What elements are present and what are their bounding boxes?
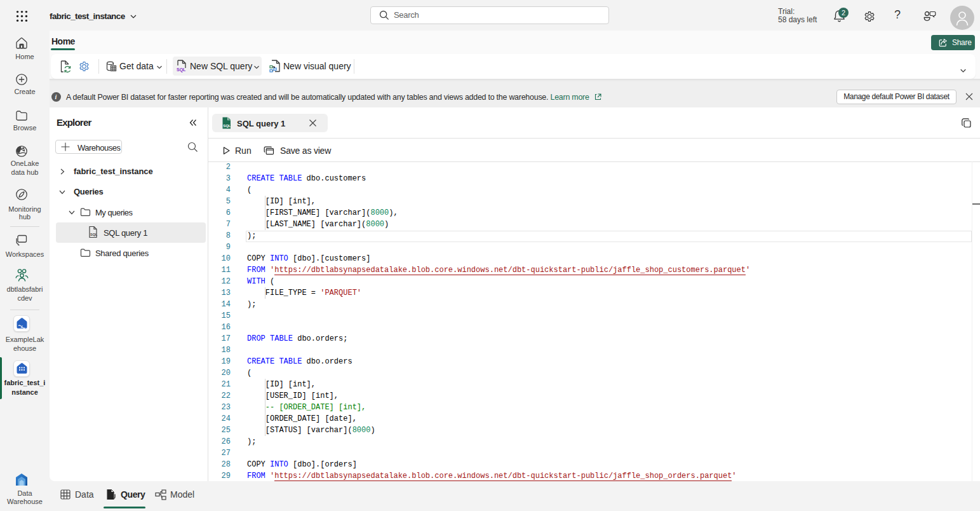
svg-text:SQL: SQL bbox=[90, 233, 98, 236]
svg-text:SQL: SQL bbox=[177, 67, 186, 72]
svg-text:SQL: SQL bbox=[223, 124, 231, 128]
